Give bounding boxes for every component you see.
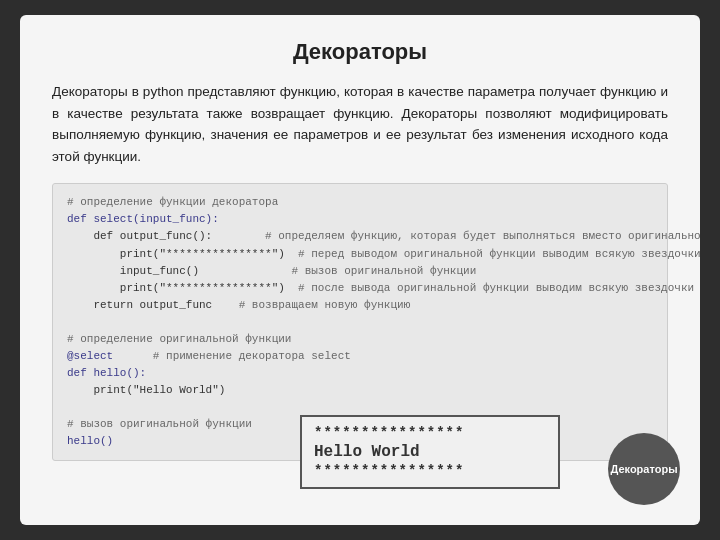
output-stars-bottom: ****************	[314, 463, 546, 479]
slide: Декораторы Декораторы в python представл…	[20, 15, 700, 525]
code-line-6: print("****************") # после вывода…	[67, 280, 653, 297]
badge-label: Декораторы	[610, 463, 677, 475]
code-line-7: return output_func # возвращаем новую фу…	[67, 297, 653, 314]
slide-paragraph: Декораторы в python представляют функцию…	[52, 81, 668, 167]
code-line-8	[67, 314, 653, 331]
slide-title: Декораторы	[52, 39, 668, 65]
output-hello: Hello World	[314, 441, 546, 463]
output-box: **************** Hello World ***********…	[300, 415, 560, 489]
code-line-3: def output_func(): # определяем функцию,…	[67, 228, 653, 245]
code-line-4: print("****************") # перед выводо…	[67, 246, 653, 263]
code-line-5: input_func() # вызов оригинальной функци…	[67, 263, 653, 280]
output-stars-top: ****************	[314, 425, 546, 441]
code-line-9: # определение оригинальной функции	[67, 331, 653, 348]
circle-badge: Декораторы	[608, 433, 680, 505]
code-line-2: def select(input_func):	[67, 211, 653, 228]
code-line-1: # определение функции декоратора	[67, 194, 653, 211]
code-line-12: print("Hello World")	[67, 382, 653, 399]
code-line-11: def hello():	[67, 365, 653, 382]
code-line-10: @select # применение декоратора select	[67, 348, 653, 365]
code-line-13	[67, 399, 653, 416]
